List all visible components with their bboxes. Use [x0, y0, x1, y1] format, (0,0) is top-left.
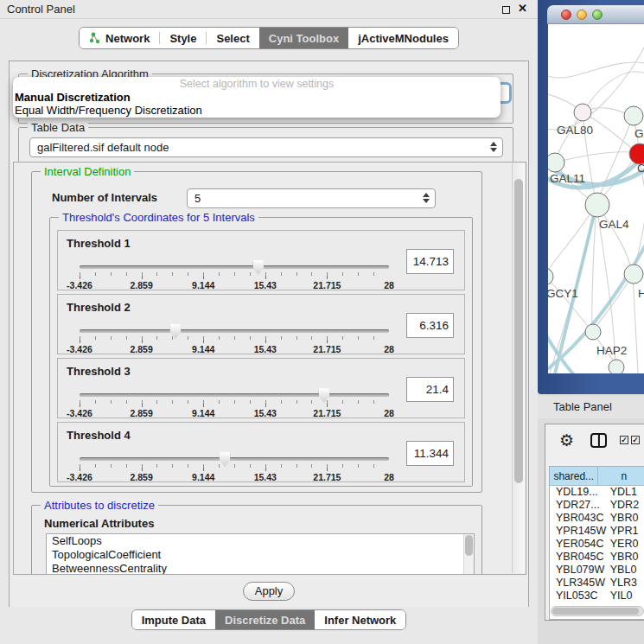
tab-select[interactable]: Select: [207, 28, 258, 48]
label-gal80: GAL80: [557, 124, 593, 137]
algorithm-dropdown-popup: Select algorithm to view settings Manual…: [13, 77, 501, 118]
list-item[interactable]: BetweennessCentrality: [47, 562, 474, 575]
numerical-attributes-label: Numerical Attributes: [44, 517, 154, 530]
checkbox-icon[interactable]: ✓: [631, 436, 640, 444]
node-gal4[interactable]: [585, 193, 609, 217]
node-partial-bottom[interactable]: [609, 360, 624, 373]
panel-title: Control Panel: [7, 3, 75, 16]
threshold-3-slider[interactable]: -3.426 2.859 9.144 15.43 21.715 28: [80, 393, 389, 418]
table-row[interactable]: YBL079WYBL0: [550, 564, 644, 577]
threshold-2-label: Threshold 2: [67, 301, 131, 314]
algorithm-dropdown-hint: Select algorithm to view settings: [13, 78, 501, 91]
table-row[interactable]: YDL19...YDL1: [550, 486, 644, 499]
table-row[interactable]: YDR27...YDR2: [550, 499, 644, 512]
tab-cyni-toolbox[interactable]: Cyni Toolbox: [259, 28, 348, 48]
tick-label: 21.715: [313, 280, 341, 290]
apply-strip: Apply: [10, 576, 528, 607]
tick-label: 2.859: [130, 280, 152, 290]
threshold-3-value-field[interactable]: 21.4: [406, 377, 454, 402]
table-row[interactable]: YBR045CYBR0: [550, 551, 644, 564]
slider-tick-labels: -3.426 2.859 9.144 15.43 21.715 28: [80, 408, 389, 418]
threshold-1-slider[interactable]: -3.426 2.859 9.144 15.43 21.715 28: [80, 265, 389, 290]
threshold-row-1: Threshold 1 -3.426 2.859 9.144 15.43 21.…: [57, 230, 465, 290]
table-horizontal-scrollbar[interactable]: [551, 606, 644, 616]
tab-discretize-data-label: Discretize Data: [225, 614, 305, 627]
attributes-scrollbar[interactable]: [463, 534, 474, 575]
number-of-intervals-combobox[interactable]: 5: [187, 188, 436, 208]
tab-jactivemnodules-label: jActiveMNodules: [358, 32, 449, 45]
algorithm-option-equal-width[interactable]: Equal Width/Frequency Discretization: [13, 104, 501, 117]
interval-definition-group: Interval Definition Number of Intervals …: [31, 171, 482, 493]
close-icon[interactable]: ✕: [518, 2, 527, 15]
bottom-tabbar: Impute Data Discretize Data Infer Networ…: [0, 609, 538, 630]
table-panel-title: Table Panel: [553, 400, 612, 413]
table-row[interactable]: YER054CYER0: [550, 538, 644, 551]
apply-button[interactable]: Apply: [243, 582, 295, 601]
list-item[interactable]: SelfLoops: [47, 534, 474, 548]
threshold-4-slider[interactable]: -3.426 2.859 9.144 15.43 21.715 28: [80, 457, 389, 482]
tab-style-label: Style: [169, 32, 196, 45]
threshold-4-value-field[interactable]: 11.344: [406, 441, 454, 466]
node-h[interactable]: [624, 265, 643, 284]
label-gcy1: GCY1: [548, 287, 578, 300]
table-header-row: shared... n: [550, 467, 644, 486]
tick-label: -3.426: [67, 344, 92, 354]
node-gal80[interactable]: [574, 104, 591, 121]
tab-discretize-data[interactable]: Discretize Data: [215, 610, 315, 629]
network-icon: [89, 32, 101, 44]
slider-ticks: [80, 336, 389, 343]
tick-label: 28: [384, 280, 394, 290]
tab-network-label: Network: [105, 32, 150, 45]
column-header-shared-name[interactable]: shared...: [550, 467, 598, 485]
node-hap2[interactable]: [585, 324, 601, 340]
close-traffic-light-icon[interactable]: [561, 10, 571, 20]
control-panel: Control Panel ✕ Network Style Select Cyn…: [0, 0, 538, 644]
table-row[interactable]: YIL053CYIL0: [550, 590, 644, 603]
top-tabbar: Network Style Select Cyni Toolbox jActiv…: [0, 27, 538, 49]
checkbox-icon[interactable]: ✓: [620, 436, 628, 444]
tab-style[interactable]: Style: [160, 28, 206, 48]
threshold-1-value-field[interactable]: 14.713: [406, 249, 454, 274]
label-gal4: GAL4: [599, 218, 629, 231]
main-scrollbar[interactable]: [512, 163, 525, 573]
tick-label: 9.144: [192, 280, 214, 290]
thresholds-group-title: Threshold's Coordinates for 5 Intervals: [59, 211, 258, 224]
network-window[interactable]: GAL80 GA GAL11 C GAL4 GCY1 H HAP2: [538, 0, 644, 394]
network-window-titlebar[interactable]: [547, 5, 644, 24]
threshold-2-value-field[interactable]: 6.316: [406, 313, 454, 338]
tab-infer-network[interactable]: Infer Network: [315, 610, 405, 629]
algorithm-option-manual[interactable]: Manual Discretization: [13, 91, 501, 104]
column-header-name[interactable]: n: [598, 467, 644, 485]
tab-network[interactable]: Network: [80, 28, 159, 48]
tab-impute-data[interactable]: Impute Data: [132, 610, 215, 629]
zoom-traffic-light-icon[interactable]: [592, 10, 603, 20]
slider-ticks: [80, 400, 389, 407]
attributes-group-title: Attributes to discretize: [41, 499, 158, 512]
table-row[interactable]: YBR043CYBR0: [550, 512, 644, 525]
slider-ticks: [80, 464, 389, 471]
list-item[interactable]: TopologicalCoefficient: [47, 548, 474, 562]
threshold-row-3: Threshold 3 -3.426 2.859 9.144 15.43 21.…: [57, 358, 465, 418]
tick-label: 15.43: [254, 408, 277, 418]
tick-label: -3.426: [67, 280, 92, 290]
node-gal11[interactable]: [548, 153, 564, 172]
interval-definition-title: Interval Definition: [41, 165, 134, 178]
tab-cyni-toolbox-label: Cyni Toolbox: [269, 32, 339, 45]
columns-icon[interactable]: [590, 433, 607, 448]
table-data-combobox[interactable]: galFiltered.sif default node: [29, 137, 503, 157]
tab-jactivemnodules[interactable]: jActiveMNodules: [348, 28, 458, 48]
minimize-traffic-light-icon[interactable]: [577, 10, 587, 20]
table-row[interactable]: YPR145WYPR1: [550, 525, 644, 538]
numerical-attributes-list[interactable]: SelfLoops TopologicalCoefficient Between…: [46, 533, 475, 575]
gear-icon[interactable]: ⚙: [559, 430, 574, 450]
threshold-2-slider[interactable]: -3.426 2.859 9.144 15.43 21.715 28: [80, 329, 389, 354]
network-canvas[interactable]: GAL80 GA GAL11 C GAL4 GCY1 H HAP2: [548, 24, 644, 373]
table-row[interactable]: YLR345WYLR3: [550, 577, 644, 590]
slider-tick-labels: -3.426 2.859 9.144 15.43 21.715 28: [80, 344, 389, 354]
number-of-intervals-label: Number of Intervals: [52, 191, 157, 204]
node-gcy1[interactable]: [548, 268, 553, 285]
node-partial-top-right[interactable]: [624, 106, 643, 125]
table-toolbar: ⚙ ✓ ✓: [545, 424, 644, 459]
tick-label: 2.859: [130, 344, 152, 354]
float-window-icon[interactable]: [502, 6, 510, 14]
